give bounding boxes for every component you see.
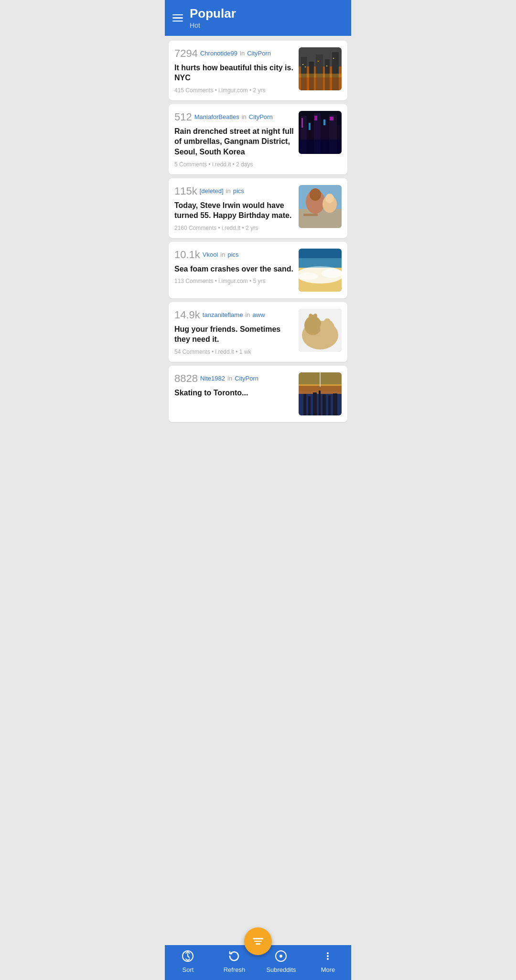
- post-card[interactable]: 7294 Chronotide99 in CityPorn It hurts h…: [169, 41, 347, 100]
- post-title[interactable]: Rain drenched street at night full of um…: [174, 126, 294, 157]
- svg-point-48: [313, 314, 317, 318]
- post-meta-bottom: 54 Comments • i.redd.it • 1 wk: [174, 348, 294, 355]
- post-title[interactable]: It hurts how beautiful this city is. NYC: [174, 63, 294, 83]
- post-score: 512: [174, 111, 192, 123]
- svg-rect-40: [299, 258, 342, 268]
- post-in-label: in: [245, 311, 250, 318]
- post-author[interactable]: [deleted]: [200, 187, 224, 195]
- post-content: 7294 Chronotide99 in CityPorn It hurts h…: [174, 47, 294, 94]
- svg-rect-58: [328, 395, 331, 415]
- page-subtitle: Hot: [190, 22, 236, 29]
- post-thumbnail[interactable]: [299, 47, 342, 90]
- post-subreddit[interactable]: pics: [233, 187, 244, 195]
- post-meta-bottom: 5 Comments • i.redd.it • 2 days: [174, 161, 294, 168]
- svg-point-32: [325, 194, 334, 203]
- post-content: 10.1k Vkool in pics Sea foam crashes ove…: [174, 249, 294, 285]
- svg-rect-54: [308, 396, 311, 415]
- post-subreddit[interactable]: CityPorn: [247, 50, 271, 57]
- svg-rect-11: [318, 61, 319, 62]
- svg-point-46: [324, 318, 331, 326]
- post-thumbnail[interactable]: [299, 309, 342, 352]
- post-meta-top: 8828 Nite1982 in CityPorn: [174, 372, 294, 385]
- svg-rect-33: [303, 214, 318, 216]
- svg-rect-26: [299, 140, 342, 154]
- post-subreddit[interactable]: pics: [227, 251, 238, 258]
- svg-rect-8: [299, 77, 342, 90]
- svg-rect-21: [301, 118, 303, 128]
- post-score: 115k: [174, 185, 197, 197]
- post-meta-top: 10.1k Vkool in pics: [174, 249, 294, 261]
- post-in-label: in: [240, 50, 245, 57]
- post-in-label: in: [220, 251, 225, 258]
- post-content: 512 ManiaforBeatles in CityPorn Rain dre…: [174, 111, 294, 168]
- svg-rect-55: [313, 392, 317, 415]
- svg-rect-7: [299, 74, 342, 77]
- post-card[interactable]: 8828 Nite1982 in CityPorn Skating to Tor…: [169, 366, 347, 422]
- svg-point-39: [322, 269, 342, 278]
- post-title[interactable]: Today, Steve Irwin would have turned 55.…: [174, 200, 294, 221]
- svg-rect-9: [302, 64, 303, 65]
- page-title: Popular: [190, 7, 236, 21]
- post-thumbnail[interactable]: [299, 372, 342, 415]
- post-card[interactable]: 115k [deleted] in pics Today, Steve Irwi…: [169, 178, 347, 238]
- post-meta-top: 7294 Chronotide99 in CityPorn: [174, 47, 294, 60]
- svg-rect-22: [309, 123, 311, 130]
- post-title[interactable]: Skating to Toronto...: [174, 388, 294, 398]
- post-thumbnail[interactable]: [299, 249, 342, 292]
- post-meta-top: 14.9k tanzaniteflame in aww: [174, 309, 294, 321]
- post-score: 10.1k: [174, 249, 200, 261]
- post-meta-top: 115k [deleted] in pics: [174, 185, 294, 197]
- svg-rect-10: [305, 66, 306, 67]
- post-title[interactable]: Hug your friends. Sometimes they need it…: [174, 324, 294, 345]
- post-feed: 7294 Chronotide99 in CityPorn It hurts h…: [165, 36, 351, 460]
- post-author[interactable]: ManiaforBeatles: [194, 113, 239, 120]
- post-score: 7294: [174, 47, 198, 60]
- post-meta-bottom: 113 Comments • i.imgur.com • 5 yrs: [174, 278, 294, 284]
- post-author[interactable]: Vkool: [203, 251, 218, 258]
- post-thumbnail[interactable]: [299, 111, 342, 154]
- post-meta-bottom: 415 Comments • i.imgur.com • 2 yrs: [174, 87, 294, 94]
- post-card[interactable]: 512 ManiaforBeatles in CityPorn Rain dre…: [169, 104, 347, 174]
- svg-rect-53: [303, 394, 306, 415]
- svg-point-38: [299, 272, 318, 280]
- svg-rect-24: [323, 120, 325, 125]
- post-content: 8828 Nite1982 in CityPorn Skating to Tor…: [174, 372, 294, 402]
- post-score: 14.9k: [174, 309, 200, 321]
- post-subreddit[interactable]: aww: [253, 311, 265, 318]
- svg-point-47: [309, 314, 312, 319]
- post-subreddit[interactable]: CityPorn: [235, 375, 258, 382]
- post-card[interactable]: 14.9k tanzaniteflame in aww Hug your fri…: [169, 302, 347, 362]
- post-author[interactable]: Chronotide99: [200, 50, 237, 57]
- post-author[interactable]: tanzaniteflame: [203, 311, 243, 318]
- svg-rect-13: [333, 58, 334, 59]
- svg-rect-57: [322, 394, 326, 415]
- post-meta-top: 512 ManiaforBeatles in CityPorn: [174, 111, 294, 123]
- post-author[interactable]: Nite1982: [200, 375, 225, 382]
- post-content: 14.9k tanzaniteflame in aww Hug your fri…: [174, 309, 294, 355]
- post-content: 115k [deleted] in pics Today, Steve Irwi…: [174, 185, 294, 231]
- svg-rect-59: [333, 393, 337, 415]
- post-meta-bottom: 2160 Comments • i.redd.it • 2 yrs: [174, 225, 294, 231]
- hamburger-menu-button[interactable]: [172, 14, 183, 22]
- svg-rect-23: [314, 116, 317, 120]
- post-card[interactable]: 10.1k Vkool in pics Sea foam crashes ove…: [169, 242, 347, 298]
- post-in-label: in: [227, 375, 232, 382]
- svg-rect-25: [330, 117, 333, 120]
- svg-rect-56: [319, 391, 321, 415]
- svg-rect-12: [326, 65, 327, 66]
- svg-point-30: [310, 188, 321, 201]
- post-in-label: in: [226, 187, 231, 195]
- post-in-label: in: [242, 113, 247, 120]
- post-score: 8828: [174, 372, 198, 385]
- post-title[interactable]: Sea foam crashes over the sand.: [174, 264, 294, 274]
- app-header: Popular Hot: [165, 0, 351, 36]
- header-title-block: Popular Hot: [190, 7, 236, 29]
- post-subreddit[interactable]: CityPorn: [249, 113, 273, 120]
- post-thumbnail[interactable]: [299, 185, 342, 228]
